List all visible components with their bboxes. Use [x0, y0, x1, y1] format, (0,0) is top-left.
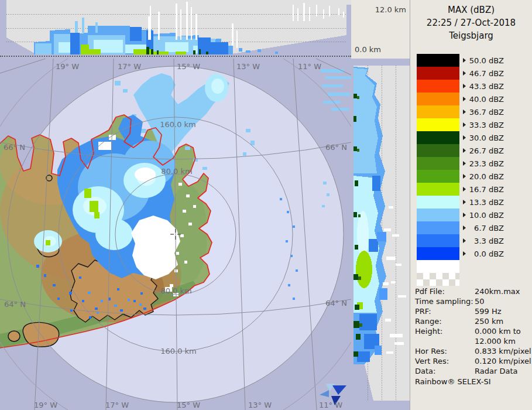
scale-label: 10.0 dBZ: [468, 211, 504, 220]
scale-arrow-icon: [463, 200, 466, 204]
scale-color-box: [417, 170, 459, 183]
radar-site-name: Teigsbjarg: [410, 30, 532, 41]
metadata-label: Data:: [415, 367, 435, 375]
map-label-layer: 19° W17° W15° W13° W11° W19° W17° W15° W…: [0, 59, 351, 410]
product-title: MAX (dBZ): [410, 5, 532, 15]
metadata-value: 0.833 km/pixel: [475, 347, 531, 356]
metadata-row: Height:0.000 km to: [415, 327, 530, 336]
scale-arrow-icon: [463, 122, 466, 127]
scale-arrow-icon: [463, 161, 466, 166]
scale-row: 20.0 dBZ: [417, 170, 504, 183]
metadata-row: Vert Res:0.120 km/pixel: [415, 357, 530, 365]
metadata-label: Height:: [415, 327, 442, 336]
scale-color-box: [417, 131, 459, 144]
scale-label: 36.7 dBZ: [468, 108, 504, 117]
top-cross-section: [0, 0, 351, 56]
map-coordinate-label: 17° W: [105, 401, 129, 409]
metadata-value: 240km.max: [475, 287, 520, 296]
scale-arrow-icon: [463, 187, 466, 192]
scale-row: 16.7 dBZ: [417, 183, 504, 196]
scale-color-box: [417, 93, 459, 105]
scale-label: 13.3 dBZ: [468, 198, 504, 207]
scale-label: 6.7 dBZ: [468, 224, 504, 233]
scale-color-box: [417, 118, 459, 131]
scale-color-box: [417, 209, 459, 221]
scale-color-box: [417, 183, 459, 196]
scale-row: 13.3 dBZ: [417, 196, 504, 209]
map-coordinate-label: 19° W: [34, 401, 57, 409]
scale-box-white: [417, 260, 459, 273]
scale-row: 43.3 dBZ: [417, 80, 504, 93]
scale-row: 33.3 dBZ: [417, 118, 504, 131]
scale-label: 50.0 dBZ: [468, 56, 504, 65]
right-cross-section: [351, 59, 410, 410]
map-coordinate-label: 80.0 km: [161, 168, 192, 176]
scale-arrow-icon: [463, 58, 466, 63]
scale-label: 23.3 dBZ: [468, 159, 504, 168]
scale-label: 20.0 dBZ: [468, 172, 504, 181]
metadata-label: PRF:: [415, 307, 431, 316]
map-coordinate-label: 64° N: [4, 300, 26, 309]
metadata-row: Data:Radar Data: [415, 367, 530, 375]
scale-row: 6.7 dBZ: [417, 221, 504, 234]
radar-map: 19° W17° W15° W13° W11° W19° W17° W15° W…: [0, 59, 351, 410]
scale-arrow-icon: [463, 71, 466, 76]
map-coordinate-label: 15° W: [177, 401, 200, 409]
metadata-label: Pdf File:: [415, 287, 445, 296]
scale-row: 10.0 dBZ: [417, 209, 504, 221]
metadata-value: 0.000 km to: [475, 327, 521, 336]
map-coordinate-label: 66° N: [325, 144, 347, 152]
scale-color-box: [417, 196, 459, 209]
software-name: Rainbow® SELEX-SI: [415, 377, 530, 386]
scale-color-box: [417, 80, 459, 93]
scale-row: 30.0 dBZ: [417, 131, 504, 144]
scale-label: 43.3 dBZ: [468, 82, 504, 91]
map-coordinate-label: 13° W: [248, 401, 272, 409]
map-coordinate-label: 19° W: [56, 63, 79, 71]
metadata-value: 50: [475, 297, 485, 306]
scale-color-box: [417, 105, 459, 118]
map-coordinate-label: 17° W: [118, 63, 141, 71]
metadata-label: Range:: [415, 317, 442, 326]
scale-arrow-icon: [463, 110, 466, 114]
scale-color-box: [417, 221, 459, 234]
scale-label: 30.0 dBZ: [468, 134, 504, 142]
map-coordinate-label: 13° W: [236, 63, 260, 71]
profile-axis-max-label: 12.0 km: [351, 5, 406, 14]
metadata-row: Hor Res:0.833 km/pixel: [415, 347, 530, 356]
scale-label: 0.0 dBZ: [468, 250, 504, 258]
scale-label: 46.7 dBZ: [468, 69, 504, 78]
map-coordinate-label: 66° N: [4, 144, 25, 152]
map-coordinate-label: 80.0 km: [160, 287, 191, 295]
scale-arrow-icon: [463, 97, 466, 101]
metadata-value: 0.120 km/pixel: [475, 357, 531, 365]
scale-label: 3.3 dBZ: [468, 237, 504, 245]
metadata-label: Vert Res:: [415, 357, 449, 365]
scale-label: 33.3 dBZ: [468, 121, 504, 129]
scale-row: 46.7 dBZ: [417, 67, 504, 80]
scale-arrow-icon: [463, 251, 466, 256]
metadata-row: PRF:599 Hz: [415, 307, 530, 316]
scale-row: 40.0 dBZ: [417, 93, 504, 105]
profile-axis-min-label: 0.0 km: [355, 45, 381, 54]
scale-arrow-icon: [463, 84, 466, 88]
scale-row: 23.3 dBZ: [417, 157, 504, 170]
metadata-value: Radar Data: [475, 367, 517, 375]
metadata-row: Range:250 km: [415, 317, 530, 326]
map-coordinate-label: 15° W: [177, 63, 200, 71]
scale-row: 26.7 dBZ: [417, 144, 504, 157]
scale-arrow-icon: [463, 135, 466, 140]
map-coordinate-label: 160.0 km: [160, 121, 196, 129]
metadata-row: Time sampling:50: [415, 297, 530, 306]
scale-color-box: [417, 247, 459, 260]
metadata-value: 12.000 km: [475, 337, 516, 346]
scale-arrow-icon: [463, 213, 466, 217]
scale-arrow-icon: [463, 238, 466, 243]
scale-color-box: [417, 157, 459, 170]
scale-color-box: [417, 234, 459, 247]
metadata-value: 250 km: [475, 317, 503, 326]
radar-display: 12.0 km 0.0 km: [0, 0, 532, 410]
scale-color-box: [417, 54, 459, 67]
scale-arrow-icon: [463, 148, 466, 153]
scale-label: 26.7 dBZ: [468, 146, 504, 155]
